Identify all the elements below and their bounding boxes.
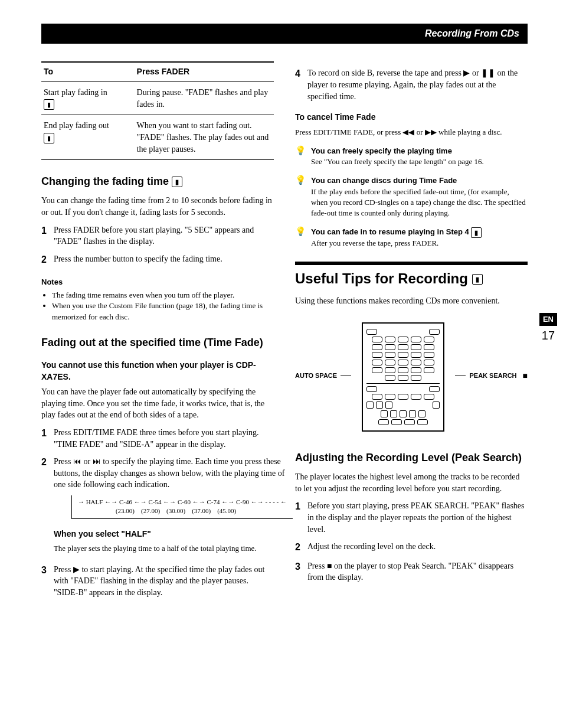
changing-step1: Press FADER before you start playing. "5… [54,224,274,247]
timefade-heading: Fading out at the specified time (Time F… [41,335,274,350]
cancel-heading: To cancel Time Fade [295,112,528,123]
stop-icon: ■ [523,370,528,382]
fader-table: To Press FADER Start play fading in ▮ Du… [41,61,274,160]
left-column: To Press FADER Start play fading in ▮ Du… [41,61,274,604]
step-number: 1 [41,224,47,247]
step-number: 3 [295,560,300,583]
table-row: Start play fading in ▮ During pause. "FA… [41,81,274,115]
peak-step2: Adjust the recording level on the deck. [307,541,528,554]
tip2-body: If the play ends before the specified fa… [311,187,528,219]
changing-steps: 1 Press FADER before you start playing. … [41,224,274,267]
useful-tips-heading: Useful Tips for Recording ▮ [295,262,528,289]
timefade-steps: 1 Press EDIT/TIME FADE three times befor… [41,427,274,598]
remote-icon: ▮ [44,133,54,143]
fader-th-press: Press FADER [135,62,274,81]
tip1-title: You can freely specify the playing time [311,146,528,156]
changing-step2: Press the number button to specify the f… [54,253,274,266]
step-number: 3 [41,564,47,599]
tape-length-sequence: → HALF ←→ C-46 ←→ C-54 ←→ C-60 ←→ C-74 ←… [71,495,293,519]
step-number: 2 [41,456,47,557]
tip1-body: See "You can freely specify the tape len… [311,156,528,167]
callout-line-icon [341,376,351,376]
remote-icon: ▮ [44,99,54,110]
peak-steps: 1 Before you start playing, press PEAK S… [295,500,528,583]
changing-fading-heading: Changing the fading time ▮ [41,174,274,189]
step-number: 1 [295,500,300,535]
tip3-title: You can fade in to resume playing in Ste… [311,227,528,238]
peak-search-label: PEAK SEARCH [469,371,516,380]
step-number: 4 [295,67,300,102]
remote-diagram-wrap: AUTO SPACE PEAK SEARCH ■ [295,314,528,438]
peak-search-heading: Adjusting the Recording Level (Peak Sear… [295,450,528,465]
chapter-header: Recording From CDs [41,24,528,44]
peak-step1: Before you start playing, press PEAK SEA… [307,500,528,535]
page-badge: EN 17 [539,313,557,344]
remote-icon: ▮ [472,274,483,285]
note-item: When you use the Custom File function (p… [52,301,274,322]
tip3-body: After you reverse the tape, press FADER. [311,238,528,249]
fader-r2-desc: When you want to start fading out. "FADE… [135,115,274,160]
changing-intro: You can change the fading time from 2 to… [41,195,274,218]
note-item: The fading time remains even when you tu… [52,290,274,301]
lightbulb-icon: 💡 [295,227,306,249]
table-row: End play fading out ▮ When you want to s… [41,115,274,160]
auto-space-label: AUTO SPACE [295,371,337,380]
remote-diagram [362,322,444,432]
remote-icon: ▮ [471,227,482,238]
step-number: 2 [41,253,47,266]
timefade-warning: You cannot use this function when your p… [41,360,274,383]
fader-r1-label: Start play fading in [44,88,107,97]
step-number: 1 [41,427,47,450]
fader-r2-label: End play fading out [44,121,109,130]
useful-intro: Using these functions makes recording CD… [295,295,528,307]
tip2-title: You can change discs during Time Fade [311,175,528,186]
seq-line1: → HALF ←→ C-46 ←→ C-54 ←→ C-60 ←→ C-74 ←… [78,498,287,507]
fader-th-to: To [41,62,135,81]
lightbulb-icon: 💡 [295,146,306,167]
step-number: 2 [295,541,300,554]
tip-block: 💡 You can fade in to resume playing in S… [295,227,528,249]
tip-block: 💡 You can freely specify the playing tim… [295,146,528,167]
half-body: The player sets the playing time to a ha… [54,543,293,554]
half-heading: When you select "HALF" [54,528,293,540]
callout-line-icon [455,376,466,376]
notes-heading: Notes [41,277,274,288]
notes-list: The fading time remains even when you tu… [41,290,274,322]
timefade-steps-cont: 4 To record on side B, reverse the tape … [295,67,528,102]
page-number: 17 [539,327,557,344]
lightbulb-icon: 💡 [295,176,306,218]
fader-r1-desc: During pause. "FADE" flashes and play fa… [135,81,274,115]
remote-icon: ▮ [172,177,182,187]
tip-block: 💡 You can change discs during Time Fade … [295,175,528,218]
seq-line2: (23.00) (27.00) (30.00) (37.00) (45.00) [78,507,287,515]
timefade-intro: You can have the player fade out automat… [41,386,274,421]
chapter-title: Recording From CDs [425,28,519,38]
timefade-step3: Press ▶ to start playing. At the specifi… [54,564,274,599]
peak-intro: The player locates the highest level amo… [295,471,528,494]
cancel-body: Press EDIT/TIME FADE, or press ◀◀ or ▶▶ … [295,127,528,138]
lang-badge: EN [539,313,557,326]
peak-step3: Press ■ on the player to stop Peak Searc… [307,560,528,583]
timefade-step1: Press EDIT/TIME FADE three times before … [54,427,274,450]
timefade-step4: To record on side B, reverse the tape an… [307,67,528,102]
timefade-step2: Press ⏮ or ⏭ to specify the playing time… [54,457,284,489]
right-column: 4 To record on side B, reverse the tape … [295,61,528,589]
